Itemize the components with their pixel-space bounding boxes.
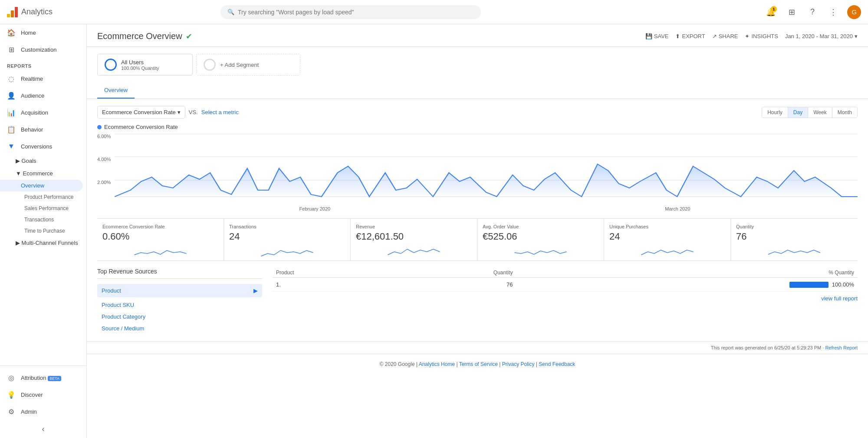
metric-dropdown[interactable]: Ecommerce Conversion Rate ▾ bbox=[97, 106, 185, 119]
chart-section: Ecommerce Conversion Rate ▾ VS. Select a… bbox=[87, 99, 868, 218]
time-btn-week[interactable]: Week bbox=[808, 107, 832, 118]
segment-label: All Users bbox=[121, 59, 159, 66]
export-button[interactable]: ⬆ EXPORT bbox=[675, 33, 705, 40]
insights-icon: ✦ bbox=[745, 33, 750, 40]
sidebar-collapse-button[interactable]: ‹ bbox=[0, 420, 86, 438]
sidebar-item-audience[interactable]: 👤 Audience bbox=[0, 87, 83, 104]
sidebar-item-attribution[interactable]: ◎ Attribution BETA bbox=[0, 369, 83, 386]
conversions-icon: ▼ bbox=[7, 142, 16, 150]
time-btn-month[interactable]: Month bbox=[832, 107, 857, 118]
chevron-down-icon: ▾ bbox=[855, 33, 858, 40]
time-btn-day[interactable]: Day bbox=[788, 107, 808, 118]
insights-button[interactable]: ✦ INSIGHTS bbox=[745, 33, 778, 40]
table-row: 1. 76 100.00% bbox=[273, 278, 858, 292]
search-input[interactable] bbox=[238, 9, 474, 16]
app-title: Analytics bbox=[21, 7, 53, 16]
home-icon: 🏠 bbox=[7, 29, 16, 37]
sidebar: 🏠 Home ⊞ Customization REPORTS ◌ Realtim… bbox=[0, 24, 87, 438]
search-bar: 🔍 bbox=[220, 5, 481, 19]
sidebar-item-overview[interactable]: Overview bbox=[0, 180, 83, 191]
logo-area: Analytics bbox=[7, 7, 76, 17]
revenue-table: Product Quantity % Quantity 1. 76 bbox=[273, 268, 858, 292]
revenue-sources-title: Top Revenue Sources bbox=[97, 268, 262, 279]
metric-name-quantity: Quantity bbox=[736, 224, 852, 229]
analytics-home-link[interactable]: Analytics Home bbox=[419, 361, 455, 367]
notifications-button[interactable]: 🔔 1 bbox=[764, 5, 778, 19]
share-icon: ↗ bbox=[712, 33, 717, 40]
vs-label: VS. bbox=[189, 109, 198, 115]
sidebar-item-product-performance[interactable]: Product Performance bbox=[0, 191, 86, 203]
privacy-link[interactable]: Privacy Policy bbox=[502, 361, 535, 367]
time-buttons: Hourly Day Week Month bbox=[762, 107, 858, 118]
sidebar-item-sales-performance[interactable]: Sales Performance bbox=[0, 203, 86, 214]
sidebar-item-behavior[interactable]: 📋 Behavior bbox=[0, 121, 83, 138]
metric-name-unique-purchases: Unique Purchases bbox=[609, 224, 725, 229]
sidebar-item-realtime[interactable]: ◌ Realtime bbox=[0, 70, 83, 87]
share-button[interactable]: ↗ SHARE bbox=[712, 33, 738, 40]
topbar: Analytics 🔍 🔔 1 ⊞ ? ⋮ G bbox=[0, 0, 868, 24]
tab-bar: Overview bbox=[87, 82, 868, 99]
sidebar-item-goals[interactable]: ▶ Goals bbox=[0, 155, 86, 167]
revenue-menu-product-sku[interactable]: Product SKU bbox=[97, 299, 262, 311]
report-footer: This report was generated on 6/25/20 at … bbox=[87, 341, 868, 354]
metric-name-revenue: Revenue bbox=[356, 224, 472, 229]
main-layout: 🏠 Home ⊞ Customization REPORTS ◌ Realtim… bbox=[0, 24, 868, 438]
feedback-link[interactable]: Send Feedback bbox=[539, 361, 575, 367]
apps-button[interactable]: ⊞ bbox=[785, 5, 799, 19]
search-icon: 🔍 bbox=[227, 9, 234, 15]
metric-value-avg-order: €525.06 bbox=[483, 231, 598, 242]
sidebar-item-admin[interactable]: ⚙ Admin bbox=[0, 403, 83, 420]
refresh-report-link[interactable]: Refresh Report bbox=[825, 345, 858, 350]
user-avatar[interactable]: G bbox=[847, 5, 861, 19]
sidebar-item-time-to-purchase[interactable]: Time to Purchase bbox=[0, 225, 86, 237]
metric-card-transactions: Transactions 24 bbox=[224, 219, 351, 260]
sidebar-item-discover[interactable]: 💡 Discover bbox=[0, 386, 83, 403]
sidebar-item-ecommerce[interactable]: ▼ Ecommerce bbox=[0, 167, 86, 180]
segment-all-users[interactable]: All Users 100.00% Quantity bbox=[97, 54, 193, 76]
metric-value-conversion-rate: 0.60% bbox=[102, 231, 218, 242]
legend-dot bbox=[97, 125, 102, 129]
metric-name-avg-order: Avg. Order Value bbox=[483, 224, 598, 229]
date-range-picker[interactable]: Jan 1, 2020 - Mar 31, 2020 ▾ bbox=[785, 33, 858, 40]
sparkline-revenue bbox=[356, 244, 472, 257]
chart-controls: Ecommerce Conversion Rate ▾ VS. Select a… bbox=[97, 106, 858, 119]
chart-legend: Ecommerce Conversion Rate bbox=[97, 124, 858, 130]
segments-row: All Users 100.00% Quantity + Add Segment bbox=[87, 47, 868, 82]
metric-card-conversion-rate: Ecommerce Conversion Rate 0.60% bbox=[97, 219, 224, 260]
metric-card-quantity: Quantity 76 bbox=[731, 219, 858, 260]
sidebar-item-multi-channel[interactable]: ▶ Multi-Channel Funnels bbox=[0, 237, 86, 249]
chevron-down-icon: ▾ bbox=[178, 109, 181, 115]
sidebar-item-conversions[interactable]: ▼ Conversions bbox=[0, 138, 83, 155]
metric-value-unique-purchases: 24 bbox=[609, 231, 725, 242]
help-button[interactable]: ? bbox=[806, 5, 819, 19]
revenue-sources-left: Top Revenue Sources Product ▶ Product SK… bbox=[97, 268, 262, 334]
sidebar-item-customization[interactable]: ⊞ Customization bbox=[0, 41, 83, 58]
cell-quantity: 76 bbox=[391, 278, 516, 292]
add-segment-button[interactable]: + Add Segment bbox=[196, 54, 300, 76]
sparkline-avg-order bbox=[483, 244, 598, 257]
save-button[interactable]: 💾 SAVE bbox=[645, 33, 669, 40]
terms-link[interactable]: Terms of Service bbox=[459, 361, 498, 367]
revenue-menu-product[interactable]: Product ▶ bbox=[97, 284, 262, 297]
export-icon: ⬆ bbox=[675, 33, 680, 40]
select-metric-link[interactable]: Select a metric bbox=[201, 109, 239, 115]
more-button[interactable]: ⋮ bbox=[826, 5, 840, 19]
view-full-report-link[interactable]: view full report bbox=[273, 292, 858, 305]
revenue-menu-product-category[interactable]: Product Category bbox=[97, 311, 262, 323]
tab-overview[interactable]: Overview bbox=[97, 82, 135, 99]
revenue-sources-right: Product Quantity % Quantity 1. 76 bbox=[273, 268, 858, 334]
realtime-icon: ◌ bbox=[7, 75, 16, 83]
cell-product: 1. bbox=[273, 278, 391, 292]
sidebar-item-transactions[interactable]: Transactions bbox=[0, 214, 86, 225]
search-input-wrap[interactable]: 🔍 bbox=[220, 5, 481, 19]
chart-wrapper: 6.00% 4.00% 2.00% bbox=[97, 134, 858, 211]
sparkline-quantity bbox=[736, 244, 852, 257]
sidebar-item-acquisition[interactable]: 📊 Acquisition bbox=[0, 104, 83, 121]
sidebar-item-home[interactable]: 🏠 Home bbox=[0, 24, 83, 41]
metric-card-unique-purchases: Unique Purchases 24 bbox=[604, 219, 731, 260]
time-btn-hourly[interactable]: Hourly bbox=[762, 107, 788, 118]
topbar-actions: 🔔 1 ⊞ ? ⋮ G bbox=[764, 5, 861, 19]
revenue-menu-source-medium[interactable]: Source / Medium bbox=[97, 323, 262, 334]
segment-circle-active bbox=[105, 59, 117, 71]
content-header: Ecommerce Overview ✔ 💾 SAVE ⬆ EXPORT ↗ S… bbox=[87, 24, 868, 47]
